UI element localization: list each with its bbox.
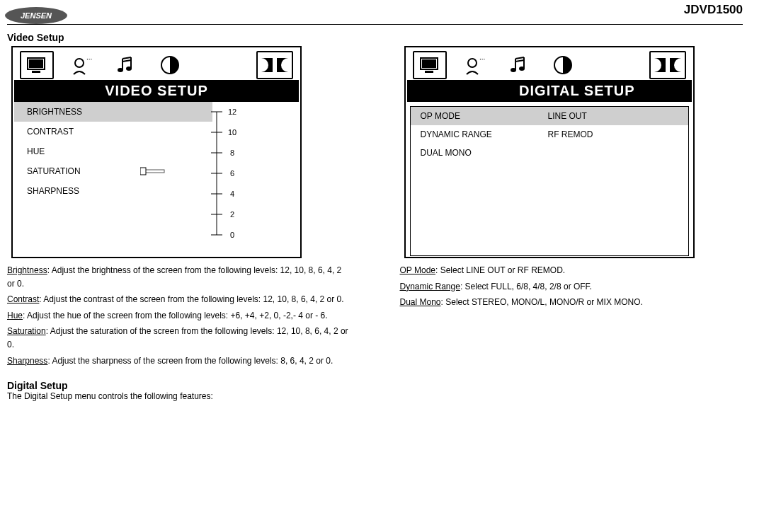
music-icon [110,52,142,78]
contrast-icon [154,52,186,78]
svg-point-32 [468,59,477,67]
value-scale: 12 10 8 6 4 2 0 [211,108,246,244]
menu-item-contrast[interactable]: CONTRAST [14,122,212,141]
person-icon: ··· [460,52,491,78]
menu-item-dual-mono[interactable]: DUAL MONO [411,144,688,162]
dolby-icon [649,51,686,79]
menu-item-sharpness[interactable]: SHARPNESS [14,181,212,201]
menu-item-hue[interactable]: HUE [14,141,212,161]
svg-rect-4 [32,71,40,73]
video-setup-panel: ··· VIDEO SETUP BRIGHTNESS CONTRAST HUE [11,46,302,258]
digital-setup-sub: The Digital Setup menu controls the foll… [7,391,350,401]
saturation-slider[interactable] [140,167,167,175]
monitor-icon [20,51,54,79]
svg-text:JENSEN: JENSEN [21,11,52,20]
svg-text:0: 0 [230,231,234,239]
svg-text:4: 4 [230,190,234,198]
digital-setup-heading: Digital Setup [7,380,350,391]
svg-text:···: ··· [479,55,485,63]
video-setup-heading: Video Setup [7,32,350,43]
music-icon [503,52,535,78]
model-number: JDVD1500 [684,3,743,17]
svg-point-5 [75,59,84,67]
menu-item-opmode[interactable]: OP MODE LINE OUT [411,107,688,125]
menu-item-saturation[interactable]: SATURATION [14,161,212,181]
monitor-icon [413,51,447,79]
svg-text:8: 8 [230,149,234,157]
menu-item-dynamic-range[interactable]: DYNAMIC RANGE RF REMOD [411,125,688,144]
svg-text:2: 2 [230,210,234,219]
svg-text:···: ··· [86,55,92,63]
svg-text:12: 12 [228,108,236,116]
menu-item-brightness[interactable]: BRIGHTNESS [14,102,212,122]
digital-desc: OP Mode: Select LINE OUT or RF REMOD. Dy… [400,264,743,309]
svg-rect-30 [422,59,436,68]
video-setup-title: VIDEO SETUP [14,80,299,102]
video-desc: Brightness: Adjust the brightness of the… [7,264,350,367]
svg-point-8 [126,66,132,71]
svg-text:6: 6 [230,169,234,178]
brand-logo: JENSEN [4,6,68,27]
svg-point-34 [511,68,516,72]
dolby-icon [256,51,293,79]
svg-point-35 [519,66,525,71]
svg-point-7 [118,68,123,72]
svg-rect-13 [140,168,146,175]
digital-setup-title: DIGITAL SETUP [407,80,692,102]
svg-text:10: 10 [228,128,236,137]
contrast-icon [547,52,578,78]
person-icon: ··· [67,52,98,78]
digital-setup-panel: ··· DIGITAL SETUP OP MODE LINE OUT [404,46,695,258]
svg-rect-31 [425,71,433,73]
svg-rect-3 [29,59,43,68]
